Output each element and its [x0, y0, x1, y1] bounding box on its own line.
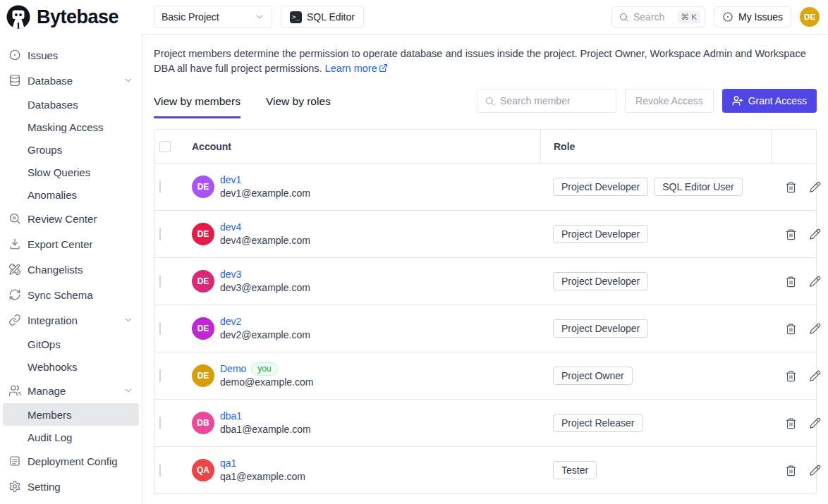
circle-dot-icon: [722, 11, 733, 23]
grant-access-button[interactable]: Grant Access: [722, 89, 817, 113]
row-checkbox[interactable]: [159, 275, 161, 288]
sidebar-item-deployment-config[interactable]: Deployment Config: [3, 448, 139, 474]
member-name-link[interactable]: dev3: [220, 268, 241, 281]
sidebar-item-manage[interactable]: Manage: [3, 378, 139, 403]
avatar: QA: [192, 459, 214, 481]
my-issues-button[interactable]: My Issues: [714, 6, 791, 27]
avatar: DE: [192, 364, 214, 387]
sidebar-item-sync-schema[interactable]: Sync Schema: [3, 282, 139, 307]
sidebar-item-masking-access[interactable]: Masking Access: [3, 116, 139, 138]
external-link-icon: [379, 62, 388, 71]
chevron-down-icon: [123, 386, 133, 395]
role-chip: Tester: [553, 461, 597, 479]
sidebar-item-integration[interactable]: Integration: [3, 307, 139, 333]
role-chip: Project Developer: [553, 272, 648, 290]
delete-icon[interactable]: [785, 228, 797, 240]
delete-icon[interactable]: [785, 417, 797, 429]
edit-icon[interactable]: [809, 417, 821, 429]
sql-editor-button[interactable]: >_ SQL Editor: [281, 6, 364, 28]
sidebar-item-export-center[interactable]: Export Center: [3, 231, 139, 257]
users-icon: [8, 384, 21, 397]
row-checkbox[interactable]: [159, 464, 161, 477]
role-chip: SQL Editor User: [654, 178, 742, 196]
role-chip: Project Developer: [553, 319, 648, 338]
row-checkbox[interactable]: [159, 322, 161, 335]
main-content: Project members determine the permission…: [142, 34, 828, 504]
my-issues-label: My Issues: [738, 11, 783, 23]
member-name-link[interactable]: dev2: [220, 315, 241, 328]
row-checkbox[interactable]: [159, 369, 161, 382]
sidebar-item-audit-log[interactable]: Audit Log: [3, 426, 139, 448]
search-member-input[interactable]: Search member: [477, 89, 616, 113]
column-header-role: Role: [540, 130, 771, 163]
search-review-icon: [8, 212, 21, 225]
chevron-down-icon: [123, 75, 133, 85]
table-row: QA qa1 qa1@example.com Tester: [154, 446, 816, 493]
member-email: dev2@example.com: [220, 329, 310, 340]
row-checkbox[interactable]: [159, 228, 161, 240]
member-name-link[interactable]: Demo: [220, 362, 246, 376]
delete-icon[interactable]: [785, 465, 797, 477]
delete-icon[interactable]: [785, 323, 797, 335]
user-plus-icon: [732, 95, 743, 106]
role-chip: Project Developer: [553, 225, 648, 243]
edit-icon[interactable]: [809, 276, 821, 288]
edit-icon[interactable]: [809, 323, 821, 335]
select-all-checkbox[interactable]: [159, 141, 171, 152]
sidebar-item-review-center[interactable]: Review Center: [3, 206, 139, 231]
sidebar-item-gitops[interactable]: GitOps: [3, 333, 139, 355]
member-name-link[interactable]: qa1: [220, 457, 236, 470]
edit-icon[interactable]: [809, 370, 821, 382]
edit-icon[interactable]: [809, 465, 821, 477]
sidebar-item-issues[interactable]: Issues: [3, 42, 139, 68]
search-icon: [485, 96, 495, 106]
delete-icon[interactable]: [785, 276, 797, 288]
member-name-link[interactable]: dba1: [220, 410, 242, 423]
role-chip: Project Releaser: [553, 414, 643, 432]
refresh-icon: [8, 288, 21, 301]
search-placeholder: Search: [633, 11, 674, 23]
database-icon: [8, 74, 21, 87]
sidebar-item-groups[interactable]: Groups: [3, 138, 139, 161]
table-row: DE dev2 dev2@example.com Project Develop…: [154, 305, 816, 352]
sidebar-item-members[interactable]: Members: [3, 403, 139, 426]
members-toolbar: View by members View by roles Search mem…: [154, 89, 817, 118]
link-icon: [8, 314, 21, 326]
sidebar-item-webhooks[interactable]: Webhooks: [3, 355, 139, 378]
sidebar-item-slow-queries[interactable]: Slow Queries: [3, 161, 139, 183]
project-selector[interactable]: Basic Project: [154, 6, 272, 28]
grant-access-label: Grant Access: [748, 95, 807, 106]
table-row: DE Demoyou demo@example.com Project Owne…: [154, 352, 816, 399]
edit-icon[interactable]: [809, 181, 821, 193]
learn-more-link[interactable]: Learn more: [325, 63, 377, 74]
circle-dot-icon: [8, 49, 21, 61]
brand[interactable]: Bytebase: [0, 4, 142, 30]
tab-view-by-members[interactable]: View by members: [154, 95, 241, 118]
avatar: DE: [192, 270, 214, 293]
delete-icon[interactable]: [785, 181, 797, 193]
you-badge: you: [251, 362, 277, 376]
pencil-ruler-icon: [8, 263, 21, 276]
sidebar-item-setting[interactable]: Setting: [3, 474, 139, 499]
sidebar-item-changelists[interactable]: Changelists: [3, 257, 139, 282]
member-name-link[interactable]: dev1: [220, 173, 241, 187]
member-email: demo@example.com: [220, 376, 314, 388]
search-member-placeholder: Search member: [500, 95, 571, 106]
edit-icon[interactable]: [809, 228, 821, 240]
project-selector-value: Basic Project: [162, 11, 219, 23]
revoke-access-button[interactable]: Revoke Access: [625, 89, 714, 113]
gear-icon: [8, 480, 21, 493]
member-name-link[interactable]: dev4: [220, 221, 241, 234]
row-checkbox[interactable]: [159, 417, 161, 429]
role-chip: Project Owner: [553, 367, 633, 385]
global-search-input[interactable]: Search ⌘ K: [611, 6, 705, 27]
sidebar-item-database[interactable]: Database: [3, 68, 139, 93]
row-checkbox[interactable]: [159, 180, 161, 193]
search-shortcut-badge: ⌘ K: [678, 11, 700, 23]
sidebar-item-databases[interactable]: Databases: [3, 93, 139, 116]
tab-view-by-roles[interactable]: View by roles: [266, 95, 331, 118]
sidebar-item-anomalies[interactable]: Anomalies: [3, 183, 139, 206]
delete-icon[interactable]: [785, 370, 797, 382]
member-email: qa1@example.com: [220, 471, 305, 482]
user-avatar[interactable]: DE: [800, 7, 820, 27]
